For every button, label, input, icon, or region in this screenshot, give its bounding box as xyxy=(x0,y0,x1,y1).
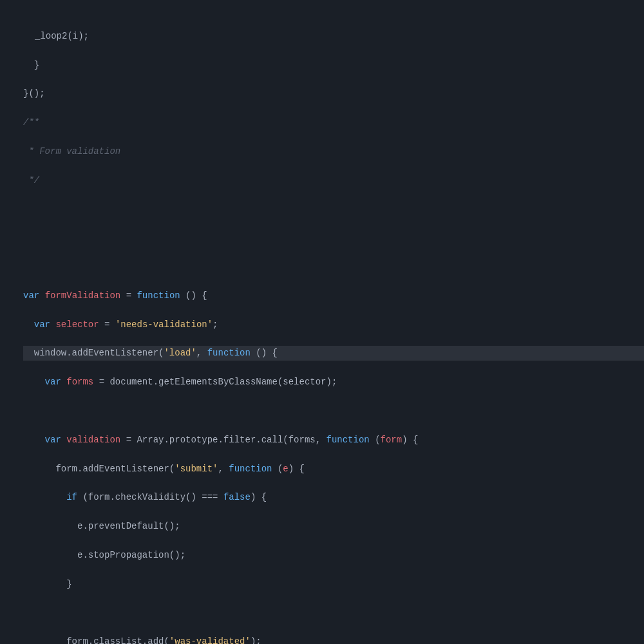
code-line: var selector = 'needs-validation'; xyxy=(23,317,644,332)
code-line: /** xyxy=(23,115,644,129)
code-line xyxy=(23,605,644,620)
code-line: if (form.checkValidity() === false) { xyxy=(23,490,644,504)
code-line: } xyxy=(23,577,644,591)
code-line: e.stopPropagation(); xyxy=(23,548,644,562)
code-line: form.classList.add('was-validated'); xyxy=(23,634,644,644)
code-line: form.addEventListener('submit', function… xyxy=(23,462,644,476)
code-editor: _loop2(i); } }(); /** * Form validation … xyxy=(0,0,644,644)
code-line: */ xyxy=(23,173,644,187)
code-line: _loop2(i); xyxy=(23,29,644,43)
code-line: }(); xyxy=(23,86,644,100)
code-line xyxy=(23,202,644,216)
code-line xyxy=(23,231,644,245)
code-line: * Form validation xyxy=(23,144,644,158)
code-line xyxy=(23,404,644,418)
code-line: e.preventDefault(); xyxy=(23,519,644,533)
code-line: } xyxy=(23,58,644,72)
code-line: var formValidation = function () { xyxy=(23,289,644,303)
code-line: var validation = Array.prototype.filter.… xyxy=(23,433,644,447)
code-line-highlight: window.addEventListener('load', function… xyxy=(23,346,644,360)
code-line xyxy=(23,260,644,274)
code-line: var forms = document.getElementsByClassN… xyxy=(23,375,644,389)
